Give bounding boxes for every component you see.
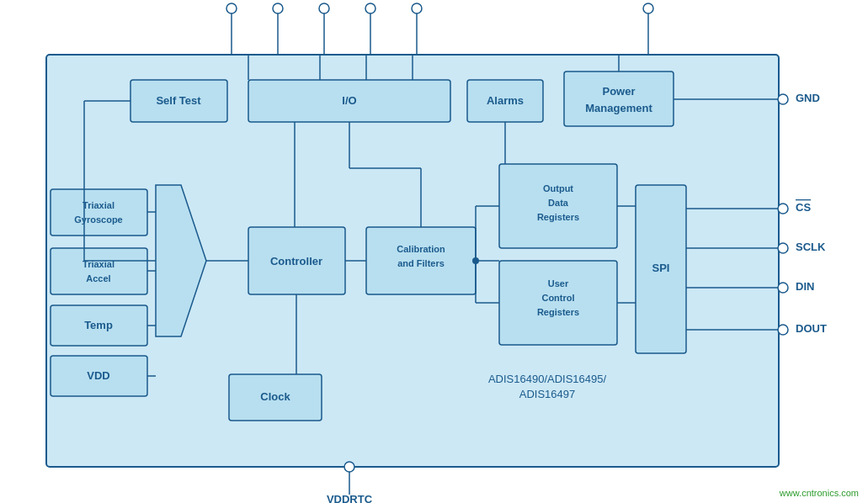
temp-label: Temp: [84, 319, 113, 331]
controller-label: Controller: [270, 255, 322, 267]
triaxial-gyro-block: [51, 189, 147, 236]
triaxial-accel-block: [51, 248, 147, 294]
cs-label: CS: [796, 201, 811, 214]
vdd-top-label: VDD: [636, 0, 659, 2]
model-label1: ADIS16490/ADIS16495/: [488, 373, 607, 385]
gnd-pin: [778, 94, 788, 104]
dio1-pin: [226, 3, 237, 13]
clock-label: Clock: [260, 390, 290, 403]
junction-dot: [472, 257, 479, 264]
din-pin: [778, 283, 788, 293]
power-mgmt-block: [564, 71, 674, 126]
power-mgmt-label1: Power: [602, 85, 635, 98]
dout-pin: [778, 325, 788, 335]
self-test-label: Self Test: [156, 94, 201, 107]
triaxial-gyro-label1: Triaxial: [83, 200, 114, 210]
triaxial-gyro-label2: Gyroscope: [74, 214, 122, 225]
user-regs-label3: Registers: [537, 307, 579, 317]
user-regs-label2: Control: [541, 293, 574, 303]
dio3-label: DIO3: [312, 0, 337, 2]
sclk-pin: [778, 243, 788, 253]
calib-label2: and Filters: [397, 258, 445, 268]
diagram-container: DIO1 DIO2 DIO3 DIO4 RST VDD Self Test I/…: [0, 0, 868, 503]
triaxial-accel-label2: Accel: [86, 273, 110, 283]
output-regs-label1: Output: [543, 183, 573, 193]
din-label: DIN: [796, 280, 814, 293]
gnd-label: GND: [796, 92, 820, 104]
dio4-label: DIO4: [358, 0, 384, 2]
sclk-label: SCLK: [796, 241, 826, 253]
output-regs-label3: Registers: [537, 212, 579, 222]
dio2-pin: [273, 3, 283, 13]
cs-pin: [778, 204, 788, 214]
rst-pin: [412, 3, 422, 13]
vdd-top-pin: [643, 3, 653, 13]
model-label2: ADIS16497: [519, 388, 576, 400]
vddrtc-label: VDDRTC: [327, 493, 373, 503]
dio1-label: DIO1: [219, 0, 244, 2]
dio3-pin: [319, 3, 329, 13]
rst-label: RST: [406, 0, 428, 2]
power-mgmt-label2: Management: [585, 102, 652, 114]
dio2-label: DIO2: [265, 0, 290, 2]
vddrtc-pin: [344, 462, 354, 472]
io-label: I/O: [342, 94, 356, 107]
user-regs-block: [499, 261, 617, 345]
dout-label: DOUT: [796, 322, 827, 335]
calib-label1: Calibration: [397, 244, 445, 254]
spi-label: SPI: [652, 262, 670, 274]
watermark-label: www.cntronics.com: [779, 488, 859, 498]
output-regs-label2: Data: [548, 198, 569, 208]
user-regs-label1: User: [548, 278, 569, 289]
vdd-sensor-label: VDD: [87, 369, 109, 382]
alarms-label: Alarms: [487, 94, 524, 107]
dio4-pin: [365, 3, 375, 13]
